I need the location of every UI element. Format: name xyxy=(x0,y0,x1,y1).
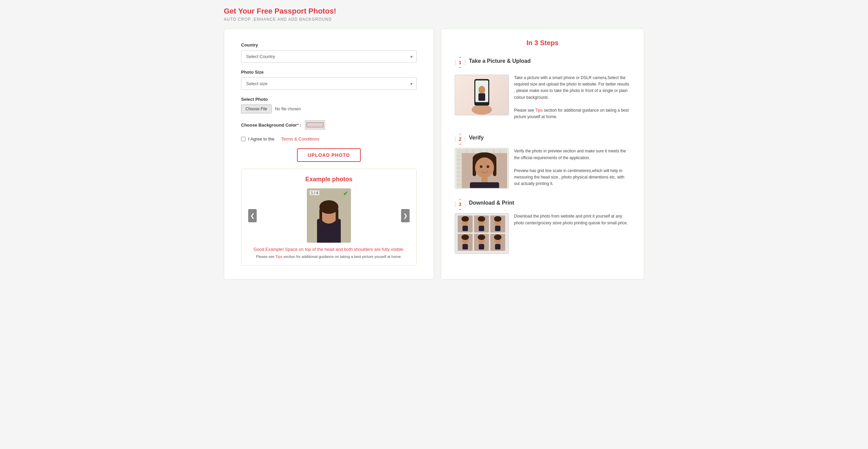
page-title: Get Your Free Passport Photos! xyxy=(224,7,644,16)
step-1-content: 1 Take a Picture & Upload xyxy=(455,57,630,120)
step-2-row: 2 Verify xyxy=(455,134,630,189)
bg-color-group: Choose Background Color* : xyxy=(241,120,417,130)
country-select-wrapper: Select Country United States United King… xyxy=(241,50,417,63)
svg-rect-62 xyxy=(495,244,500,249)
terms-checkbox[interactable] xyxy=(241,137,245,141)
page-subtitle: AUTO CROP ,ENHANCE AND ADD BACKGROUND xyxy=(224,17,644,22)
svg-point-9 xyxy=(478,86,485,94)
svg-rect-37 xyxy=(470,182,499,188)
example-caption: Good Example! Space on top of the head a… xyxy=(248,247,410,252)
carousel-image: 1 / 4 ✔ xyxy=(307,188,351,243)
terms-row: I Agree to the Terms & Conditions xyxy=(241,136,417,142)
step-1-title: Take a Picture & Upload xyxy=(469,58,531,64)
step-3-image xyxy=(455,213,509,254)
color-row: Choose Background Color* : xyxy=(241,120,417,130)
svg-rect-50 xyxy=(479,226,484,231)
steps-title: In 3 Steps xyxy=(455,39,630,47)
svg-point-6 xyxy=(472,105,492,115)
step-3-body: Download the photo from website and prin… xyxy=(455,213,630,254)
step-3-description: Download the photo from website and prin… xyxy=(514,213,630,226)
file-input-wrapper: Choose File No file chosen xyxy=(241,105,417,113)
example-note: Please see Tips section for additional g… xyxy=(248,255,410,259)
svg-point-55 xyxy=(461,235,469,240)
svg-rect-53 xyxy=(495,226,500,231)
step-1-text: Take a picture with a smart phone or DSL… xyxy=(514,75,630,120)
example-tips-link[interactable]: Tips xyxy=(275,255,282,259)
step-2-text: Verify the photo in preview section and … xyxy=(514,148,630,187)
svg-point-3 xyxy=(319,200,338,214)
terms-prefix-text: I Agree to the xyxy=(248,136,274,142)
svg-point-11 xyxy=(481,79,482,80)
checkmark-icon: ✔ xyxy=(343,190,348,197)
select-photo-label: Select Photo xyxy=(241,97,417,102)
step-3-title: Download & Print xyxy=(469,200,514,206)
print-svg xyxy=(456,214,507,253)
step-2-content: 2 Verify xyxy=(455,134,630,189)
carousel-image-wrapper: 1 / 4 ✔ xyxy=(257,188,401,243)
photo-size-label: Photo Size xyxy=(241,70,417,75)
right-panel: In 3 Steps 1 Take a Picture & Upload xyxy=(441,29,644,280)
carousel-prev-button[interactable]: ❮ xyxy=(248,209,257,222)
step-3-content: 3 Download & Print xyxy=(455,199,630,254)
svg-rect-13 xyxy=(456,149,462,188)
photo-size-select[interactable]: Select size 2x2 inch (USA) 35x45mm (UK) … xyxy=(241,77,417,90)
carousel-wrapper: ❮ 1 / 4 ✔ xyxy=(248,188,410,243)
photo-size-group: Photo Size Select size 2x2 inch (USA) 35… xyxy=(241,70,417,90)
file-name-label: No file chosen xyxy=(275,107,301,111)
step-1-image xyxy=(455,75,509,115)
country-label: Country xyxy=(241,42,417,48)
step-1-row: 1 Take a Picture & Upload xyxy=(455,57,630,124)
bg-color-input[interactable] xyxy=(305,120,325,130)
svg-rect-14 xyxy=(456,149,507,153)
svg-rect-10 xyxy=(478,93,485,101)
left-panel: Country Select Country United States Uni… xyxy=(224,29,434,280)
country-select[interactable]: Select Country United States United King… xyxy=(241,50,417,63)
step-3-row: 3 Download & Print xyxy=(455,199,630,254)
step-2-badge: 2 xyxy=(455,134,466,145)
svg-rect-5 xyxy=(336,209,338,222)
terms-link[interactable]: Terms & Conditions xyxy=(281,136,319,142)
svg-rect-56 xyxy=(462,244,468,249)
svg-point-33 xyxy=(475,157,494,178)
choose-file-button[interactable]: Choose File xyxy=(241,105,272,113)
step-2-title: Verify xyxy=(469,135,484,141)
carousel-next-button[interactable]: ❯ xyxy=(401,209,410,222)
svg-point-52 xyxy=(494,216,501,222)
select-photo-group: Select Photo Choose File No file chosen xyxy=(241,97,417,113)
example-photos-box: Example photos ❮ 1 / 4 ✔ xyxy=(241,169,417,266)
step-3-text: Download the photo from website and prin… xyxy=(514,213,630,226)
svg-rect-47 xyxy=(462,226,468,231)
svg-point-61 xyxy=(494,235,501,240)
grid-svg xyxy=(456,149,507,188)
photo-size-select-wrapper: Select size 2x2 inch (USA) 35x45mm (UK) … xyxy=(241,77,417,90)
upload-photo-button[interactable]: UPLOAD PHOTO xyxy=(297,148,361,162)
svg-rect-59 xyxy=(479,244,484,249)
country-group: Country Select Country United States Uni… xyxy=(241,42,417,63)
bg-color-label: Choose Background Color* : xyxy=(241,123,301,128)
step-1-body: Take a picture with a smart phone or DSL… xyxy=(455,75,630,120)
carousel-counter: 1 / 4 xyxy=(310,190,319,195)
svg-point-49 xyxy=(478,216,485,222)
svg-point-46 xyxy=(461,216,469,222)
step-2-image xyxy=(455,148,509,189)
step-2-body: Verify the photo in preview section and … xyxy=(455,148,630,189)
svg-point-34 xyxy=(480,165,482,168)
step-1-badge: 1 xyxy=(455,57,466,68)
step1-tips-link[interactable]: Tips xyxy=(535,108,543,113)
svg-point-35 xyxy=(487,165,489,168)
example-photos-title: Example photos xyxy=(248,176,410,183)
svg-point-58 xyxy=(478,235,485,240)
step-3-badge: 3 xyxy=(455,199,466,210)
phone-svg xyxy=(465,76,499,115)
svg-rect-4 xyxy=(319,209,322,222)
